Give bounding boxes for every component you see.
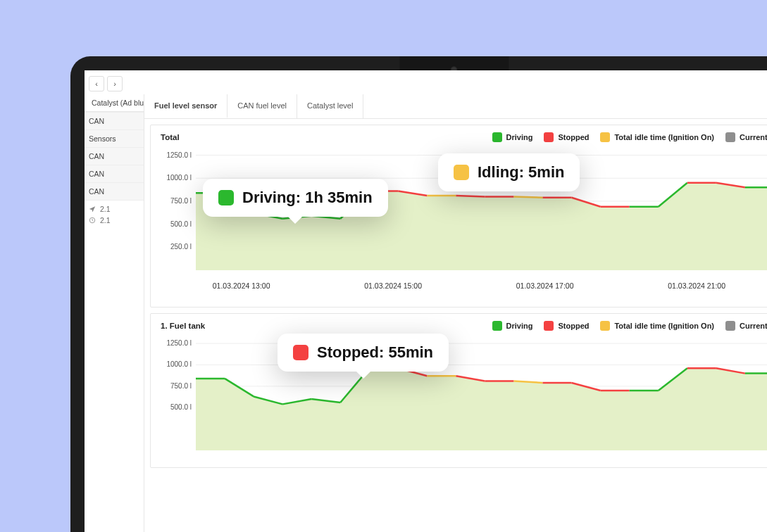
chart-plot[interactable]: 500.0 l750.0 l1000.0 l1250.0 l [161, 335, 767, 455]
chart-plot[interactable]: 250.0 l500.0 l750.0 l1000.0 l1250.0 l01.… [161, 146, 767, 294]
sidebar: Catalyst (Ad blue) CANSensorsCANCANCAN 2… [85, 94, 144, 532]
swatch-gray [725, 132, 735, 142]
tab-can-fuel-level[interactable]: CAN fuel level [227, 94, 297, 118]
top-toolbar: ‹ › [85, 70, 767, 94]
sidebar-footer: 2.1 2.1 [85, 200, 144, 229]
chart-legend: Driving Stopped Total idle time (Ignitio… [492, 321, 767, 331]
svg-text:1000.0 l: 1000.0 l [166, 174, 192, 182]
swatch-red [544, 321, 554, 331]
legend-route: Current route data [725, 132, 767, 142]
legend-idle: Total idle time (Ignition On) [600, 132, 714, 142]
swatch-red [544, 132, 554, 142]
app-screen: ‹ › Catalyst (Ad blue) CANSensorsCANCANC… [85, 70, 767, 532]
sidebar-footer-val-2: 2.1 [100, 216, 111, 224]
swatch-green [492, 321, 502, 331]
chart-title: Total [161, 133, 180, 141]
main-area: Catalyst (Ad blue) CANSensorsCANCANCAN 2… [85, 94, 767, 532]
legend-route: Current route data [725, 321, 767, 331]
chart-card-fuel-tank: 1. Fuel tank Driving Stopped Total idle … [150, 313, 767, 468]
sidebar-footer-row: 2.1 [89, 205, 139, 213]
legend-driving: Driving [492, 132, 533, 142]
sidebar-cell[interactable]: CAN [85, 182, 144, 200]
svg-text:01.03.2024 21:00: 01.03.2024 21:00 [668, 281, 725, 290]
svg-text:750.0 l: 750.0 l [170, 197, 192, 205]
sidebar-footer-val-1: 2.1 [100, 205, 111, 213]
location-arrow-icon [89, 205, 96, 213]
sidebar-cell[interactable]: CAN [85, 147, 144, 165]
svg-text:01.03.2024 15:00: 01.03.2024 15:00 [364, 281, 422, 290]
legend-stopped: Stopped [544, 132, 589, 142]
sidebar-cell[interactable]: Sensors [85, 129, 144, 147]
swatch-amber [600, 132, 610, 142]
sidebar-header-label: Catalyst (Ad blue) [92, 99, 144, 107]
svg-text:500.0 l: 500.0 l [170, 220, 192, 228]
tab-fuel-level-sensor[interactable]: Fuel level sensor [144, 94, 227, 118]
nav-prev-button[interactable]: ‹ [89, 76, 104, 91]
tab-catalyst-level[interactable]: Catalyst level [297, 94, 363, 118]
chart-header: 1. Fuel tank Driving Stopped Total idle … [161, 321, 767, 335]
sidebar-cell[interactable]: CAN [85, 165, 144, 182]
swatch-gray [725, 321, 735, 331]
chart-title: 1. Fuel tank [161, 322, 205, 330]
nav-next-button[interactable]: › [107, 76, 123, 91]
legend-driving: Driving [492, 321, 533, 331]
sidebar-cell[interactable]: CAN [85, 112, 144, 129]
sidebar-header: Catalyst (Ad blue) [85, 94, 144, 112]
sidebar-rows: CANSensorsCANCANCAN [85, 112, 144, 200]
svg-text:1000.0 l: 1000.0 l [166, 360, 192, 368]
sidebar-footer-row: 2.1 [89, 216, 139, 224]
svg-text:01.03.2024 13:00: 01.03.2024 13:00 [213, 281, 270, 290]
svg-text:750.0 l: 750.0 l [170, 382, 192, 390]
svg-text:500.0 l: 500.0 l [170, 403, 192, 411]
swatch-green [492, 132, 502, 142]
content: Fuel level sensorCAN fuel levelCatalyst … [144, 94, 767, 532]
legend-stopped: Stopped [544, 321, 589, 331]
page-corner [0, 512, 20, 532]
svg-text:1250.0 l: 1250.0 l [166, 339, 192, 347]
svg-text:1250.0 l: 1250.0 l [166, 151, 192, 159]
chart-legend: Driving Stopped Total idle time (Ignitio… [492, 132, 767, 142]
legend-idle: Total idle time (Ignition On) [600, 321, 714, 331]
chart-card-total: Total Driving Stopped Total idle time (I… [150, 125, 767, 308]
svg-text:01.03.2024 17:00: 01.03.2024 17:00 [516, 281, 574, 290]
svg-line-20 [456, 196, 485, 196]
clock-icon [89, 217, 96, 224]
nav-arrows: ‹ › [89, 76, 123, 91]
charts-scroll[interactable]: Total Driving Stopped Total idle time (I… [144, 119, 767, 532]
swatch-amber [600, 321, 610, 331]
svg-line-22 [514, 196, 543, 197]
tabs: Fuel level sensorCAN fuel levelCatalyst … [144, 94, 767, 119]
svg-text:250.0 l: 250.0 l [170, 243, 192, 251]
device-frame: ‹ › Catalyst (Ad blue) CANSensorsCANCANC… [70, 56, 767, 532]
chart-header: Total Driving Stopped Total idle time (I… [161, 132, 767, 146]
